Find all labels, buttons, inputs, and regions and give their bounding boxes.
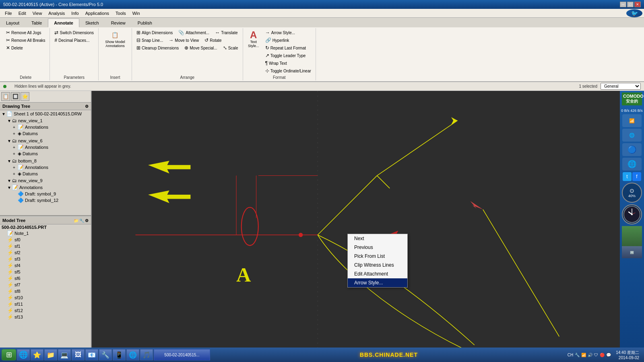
cleanup-dimensions-button[interactable]: ⊞ Cleanup Dimensions: [134, 44, 181, 51]
taskbar-computer-icon[interactable]: 💻: [58, 349, 71, 360]
model-tree-icon2[interactable]: 🔧: [79, 218, 84, 223]
menu-edit[interactable]: Edit: [15, 10, 29, 16]
sf0-item[interactable]: ⚡ sf0: [6, 237, 91, 243]
browser-icon-2[interactable]: 🌐: [622, 158, 642, 171]
new-view-1-item[interactable]: ▼ 🗂 new_view_1: [6, 117, 91, 124]
remove-all-breaks-button[interactable]: ✂ Remove All Breaks: [4, 37, 47, 44]
annotations-6-item[interactable]: + 📝 Annotations: [11, 144, 91, 150]
drawing-tree-options-icon[interactable]: ⚙: [85, 104, 89, 109]
taskbar-web-icon[interactable]: 🌐: [126, 349, 139, 360]
draft-symbol-9-item[interactable]: 🔷 Draft: symbol_9: [11, 191, 91, 197]
sf8-item[interactable]: ⚡ sf8: [6, 288, 91, 294]
move-to-view-button[interactable]: → Move to View: [167, 37, 201, 44]
ctx-clip-witness-lines[interactable]: Clip Witness Lines: [348, 261, 407, 269]
creo-taskbar-app[interactable]: 500-02-20140515...: [154, 349, 210, 360]
new-view-6-item[interactable]: ▼ 🗂 new_view_6: [6, 138, 91, 144]
taskbar-tool-icon[interactable]: 🔧: [99, 349, 112, 360]
taskbar-music-icon[interactable]: 🎵: [140, 349, 153, 360]
sf2-item[interactable]: ⚡ sf2: [6, 249, 91, 256]
text-style-button[interactable]: A TextStyle...: [246, 29, 262, 74]
tab-review[interactable]: Review: [105, 19, 132, 27]
menu-applications[interactable]: Applications: [82, 10, 112, 16]
annotations-group-item[interactable]: ▼ 📝 Annotations: [6, 184, 91, 191]
menu-view[interactable]: View: [29, 10, 45, 16]
maximize-button[interactable]: □: [627, 2, 634, 7]
panel-icon-3[interactable]: ⭐: [21, 92, 29, 101]
taskbar-image-icon[interactable]: 🖼: [72, 349, 85, 360]
style-dropdown[interactable]: General Standard Custom: [601, 83, 641, 90]
minimize-button[interactable]: ─: [620, 2, 626, 7]
delete-button[interactable]: ✕ Delete: [4, 44, 47, 51]
toggle-leader-type-button[interactable]: ↗ Toggle Leader Type: [263, 52, 313, 59]
start-button[interactable]: ⊞: [2, 349, 16, 360]
sf11-item[interactable]: ⚡ sf11: [6, 301, 91, 307]
decimal-places-button[interactable]: # Decimal Places...: [52, 37, 95, 44]
tab-annotate[interactable]: Annotate: [48, 19, 79, 27]
translate-button[interactable]: ↔ Translate: [213, 29, 239, 36]
rotate-button[interactable]: ↺ Rotate: [202, 37, 223, 44]
close-button[interactable]: ✕: [634, 2, 641, 7]
draft-symbol-12-item[interactable]: 🔷 Draft: symbol_12: [11, 197, 91, 204]
taskbar-email-icon[interactable]: 📧: [85, 349, 98, 360]
sf6-item[interactable]: ⚡ sf6: [6, 275, 91, 282]
model-tree-root-item[interactable]: 500-02-20140515.PRT: [0, 224, 91, 230]
model-tree-icon3[interactable]: ⚙: [85, 218, 89, 223]
tab-table[interactable]: Table: [25, 19, 48, 27]
wrap-text-button[interactable]: ¶ Wrap Text: [263, 60, 313, 67]
datums-8-item[interactable]: + ◈ Datums: [11, 171, 91, 177]
taskbar-folder-icon[interactable]: 📁: [44, 349, 57, 360]
panel-icon-2[interactable]: 🔲: [11, 92, 20, 101]
menu-win[interactable]: Win: [129, 10, 143, 16]
bottom-8-item[interactable]: ▼ 🗂 bottom_8: [6, 158, 91, 164]
tab-sketch[interactable]: Sketch: [79, 19, 105, 27]
browser-icon-1[interactable]: 🔵: [622, 143, 642, 156]
align-dimensions-button[interactable]: ⊞ Align Dimensions: [134, 29, 175, 36]
snap-line-button[interactable]: ⊟ Snap Line...: [134, 37, 165, 44]
sf1-item[interactable]: ⚡ sf1: [6, 243, 91, 249]
tab-publish[interactable]: Publish: [132, 19, 158, 27]
sf13-item[interactable]: ⚡ sf13: [6, 314, 91, 320]
ctx-pick-from-list[interactable]: Pick From List: [348, 252, 407, 261]
datums-1-item[interactable]: + ◈ Datums: [11, 130, 91, 137]
ctx-next[interactable]: Next: [348, 234, 407, 243]
network-icon-2[interactable]: 🌐: [622, 129, 642, 142]
annotations-8-item[interactable]: + 📝 Annotations: [11, 164, 91, 171]
sf3-item[interactable]: ⚡ sf3: [6, 256, 91, 262]
toggle-ordinate-linear-button[interactable]: ⊹ Toggle Ordinate/Linear: [263, 67, 313, 74]
canvas-area[interactable]: A: [92, 91, 620, 362]
menu-file[interactable]: File: [2, 10, 15, 16]
panel-icon-1[interactable]: 📋: [1, 92, 10, 101]
scale-button[interactable]: ⤡ Scale: [221, 44, 240, 51]
network-icon-1[interactable]: 📶: [622, 114, 642, 127]
menu-info[interactable]: Info: [68, 10, 82, 16]
switch-dimensions-button[interactable]: ⇄ Switch Dimensions: [52, 29, 95, 36]
note-1-item[interactable]: 📝 Note_1: [6, 230, 91, 237]
twitter-icon[interactable]: t: [623, 172, 632, 181]
sf10-item[interactable]: ⚡ sf10: [6, 294, 91, 301]
facebook-icon[interactable]: f: [632, 172, 641, 181]
remove-all-jogs-button[interactable]: ✂ Remove All Jogs: [4, 29, 47, 36]
ctx-edit-attachment[interactable]: Edit Attachment: [348, 269, 407, 278]
hyperlink-button[interactable]: 🔗 Hyperlink: [263, 37, 313, 44]
taskbar-ie-icon[interactable]: 🌐: [17, 349, 30, 360]
arrow-style-button[interactable]: → Arrow Style...: [263, 29, 313, 36]
sf7-item[interactable]: ⚡ sf7: [6, 282, 91, 288]
sf12-item[interactable]: ⚡ sf12: [6, 307, 91, 314]
model-tree-icon1[interactable]: 📁: [74, 218, 78, 223]
taskbar-star-icon[interactable]: ⭐: [31, 349, 43, 360]
datums-6-item[interactable]: + ◈ Datums: [11, 150, 91, 157]
annotations-1-item[interactable]: + 📝 Annotations: [11, 124, 91, 130]
drawing-tree-root-item[interactable]: ▼ 📄 Sheet 1 of 500-02-20140515.DRW: [0, 111, 91, 117]
sf4-item[interactable]: ⚡ sf4: [6, 262, 91, 269]
taskbar-phone-icon[interactable]: 📱: [113, 349, 126, 360]
attachment-button[interactable]: 📎 Attachment...: [176, 29, 211, 36]
tab-layout[interactable]: Layout: [0, 19, 25, 27]
ctx-arrow-style[interactable]: Arrow Style...: [348, 278, 407, 287]
menu-tools[interactable]: Tools: [112, 10, 129, 16]
ctx-previous[interactable]: Previous: [348, 243, 407, 252]
sf5-item[interactable]: ⚡ sf5: [6, 269, 91, 275]
new-view-9-item[interactable]: ▼ 🗂 new_view_9: [6, 177, 91, 184]
show-model-annotations-button[interactable]: 📋 Show Model Annotations: [101, 29, 129, 49]
repeat-last-format-button[interactable]: ↻ Repeat Last Format: [263, 44, 313, 51]
menu-analysis[interactable]: Analysis: [45, 10, 68, 16]
